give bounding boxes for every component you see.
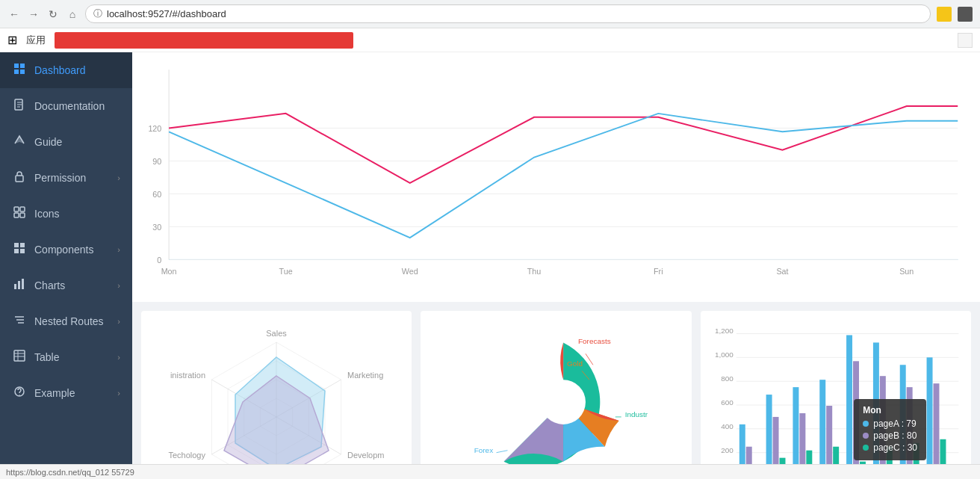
refresh-button[interactable]: ↻ (46, 7, 60, 21)
svg-rect-16 (20, 249, 25, 253)
svg-rect-113 (933, 383, 939, 476)
svg-text:1,000: 1,000 (715, 350, 734, 359)
bar-chart-tooltip: Mon pageA : 79 pageB : 80 pageC : 30 (854, 399, 926, 460)
radar-chart-card: Sales Marketing Developm Customer Suppor… (141, 311, 412, 479)
sidebar-item-label-components: Components (34, 244, 110, 256)
svg-rect-100 (819, 380, 825, 476)
content-area: 0 30 60 90 120 Mon Tue Wed Thu Fri Sat S… (132, 52, 980, 479)
sidebar-item-example[interactable]: Example › (0, 375, 132, 411)
svg-rect-112 (926, 357, 932, 476)
svg-rect-13 (14, 243, 19, 247)
main-layout: Dashboard Documentation Guide Permission… (0, 52, 980, 479)
pageb-label: pageB : 80 (873, 430, 917, 441)
svg-text:30: 30 (152, 223, 161, 232)
sidebar: Dashboard Documentation Guide Permission… (0, 52, 132, 479)
apps-bar: ⊞ 应用 (0, 28, 980, 52)
svg-text:Sun: Sun (899, 267, 914, 276)
table-icon (12, 350, 27, 365)
svg-text:Forecasts: Forecasts (578, 337, 611, 345)
svg-text:90: 90 (152, 157, 161, 166)
sidebar-item-components[interactable]: Components › (0, 232, 132, 268)
tooltip-title: Mon (863, 405, 917, 415)
pagea-label: pageA : 79 (873, 418, 916, 429)
bookmark-icon[interactable] (958, 33, 973, 48)
svg-rect-15 (14, 249, 19, 253)
svg-rect-14 (20, 243, 25, 247)
sidebar-item-guide[interactable]: Guide (0, 124, 132, 160)
url-bar[interactable]: ⓘ localhost:9527/#/dashboard (85, 4, 931, 23)
sidebar-item-label-table: Table (34, 351, 110, 363)
sidebar-item-documentation[interactable]: Documentation (0, 88, 132, 124)
sidebar-item-label-dashboard: Dashboard (34, 64, 120, 76)
back-button[interactable]: ← (7, 7, 21, 21)
pie-chart-wrapper: Forecasts Gold Forex Technology Industr (429, 320, 682, 479)
svg-text:Sales: Sales (266, 329, 287, 338)
apps-grid-icon[interactable]: ⊞ (7, 33, 17, 47)
status-text: https://blog.csdn.net/qq_012 55729 (6, 468, 134, 477)
svg-rect-12 (20, 213, 25, 217)
svg-text:1,200: 1,200 (715, 327, 734, 335)
pagec-label: pageC : 30 (873, 442, 917, 453)
pie-chart-svg: Forecasts Gold Forex Technology Industr (429, 320, 682, 479)
svg-rect-1 (20, 64, 25, 68)
sidebar-item-dashboard[interactable]: Dashboard (0, 52, 132, 88)
example-arrow-icon: › (117, 389, 120, 398)
svg-text:Developm: Developm (347, 451, 385, 460)
charts-icon (12, 278, 27, 293)
url-text: localhost:9527/#/dashboard (107, 8, 226, 19)
svg-text:Tue: Tue (279, 267, 293, 276)
example-icon (12, 386, 27, 401)
svg-text:200: 200 (721, 446, 734, 454)
svg-text:Forex: Forex (474, 446, 493, 454)
pageb-dot (863, 433, 869, 439)
svg-text:Marketing: Marketing (347, 371, 383, 380)
svg-point-28 (19, 395, 20, 396)
pagea-dot (863, 421, 869, 427)
svg-text:Wed: Wed (402, 267, 418, 276)
nested-routes-icon (12, 314, 27, 329)
icons-icon (12, 206, 27, 221)
sidebar-item-label-permission: Permission (34, 172, 110, 184)
permission-arrow-icon: › (117, 173, 120, 182)
svg-text:400: 400 (721, 422, 734, 430)
sidebar-item-label-icons: Icons (34, 208, 120, 220)
pagec-dot (863, 445, 869, 451)
svg-rect-3 (20, 69, 25, 74)
sidebar-item-label-charts: Charts (34, 279, 110, 291)
charts-arrow-icon: › (117, 281, 120, 290)
svg-text:60: 60 (152, 190, 161, 199)
dashboard-icon (12, 63, 27, 78)
sidebar-item-label-guide: Guide (34, 136, 120, 148)
svg-rect-2 (14, 69, 19, 74)
line-chart-container: 0 30 60 90 120 Mon Tue Wed Thu Fri Sat S… (132, 52, 980, 302)
apps-label: 应用 (26, 34, 46, 47)
sidebar-item-charts[interactable]: Charts › (0, 268, 132, 303)
sidebar-item-nested-routes[interactable]: Nested Routes › (0, 303, 132, 339)
permission-icon (12, 170, 27, 185)
tooltip-item-pageb: pageB : 80 (863, 430, 917, 441)
svg-rect-23 (14, 350, 25, 361)
svg-rect-10 (20, 207, 25, 211)
browser-chrome: ← → ↻ ⌂ ⓘ localhost:9527/#/dashboard (0, 0, 980, 28)
charts-row: Sales Marketing Developm Customer Suppor… (132, 302, 980, 479)
sidebar-item-label-nested-routes: Nested Routes (34, 315, 110, 327)
sidebar-item-permission[interactable]: Permission › (0, 160, 132, 196)
svg-text:Industr: Industr (625, 410, 648, 418)
forward-button[interactable]: → (27, 7, 40, 21)
svg-line-72 (497, 451, 508, 453)
svg-rect-103 (846, 335, 852, 476)
sidebar-item-icons[interactable]: Icons (0, 196, 132, 232)
svg-text:Techology: Techology (169, 451, 206, 460)
svg-rect-0 (14, 64, 19, 68)
svg-text:0: 0 (157, 256, 161, 265)
extension-icon[interactable] (937, 7, 952, 22)
status-bar: https://blog.csdn.net/qq_012 55729 (0, 464, 980, 479)
home-button[interactable]: ⌂ (66, 7, 79, 21)
svg-text:Fri: Fri (654, 267, 663, 276)
menu-icon[interactable] (958, 7, 973, 22)
svg-text:Mon: Mon (161, 267, 177, 276)
documentation-icon (12, 99, 27, 114)
sidebar-item-table[interactable]: Table › (0, 339, 132, 375)
svg-text:Thu: Thu (527, 267, 542, 276)
table-arrow-icon: › (117, 353, 120, 362)
